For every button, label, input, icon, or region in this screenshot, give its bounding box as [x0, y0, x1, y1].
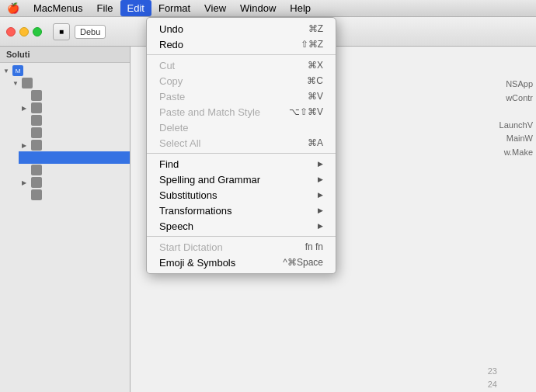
menu-separator [147, 54, 336, 55]
menu-item: Start Dictationfn fn [147, 239, 336, 255]
menu-item: Paste and Match Style⌥⇧⌘V [147, 104, 336, 120]
menu-item-label: Substitutions [159, 189, 315, 201]
arrow-icon: ▶ [22, 142, 31, 149]
menu-item-label: Copy [159, 75, 307, 87]
menu-item-label: Paste and Match Style [159, 106, 289, 118]
sidebar-item-5[interactable] [19, 127, 130, 139]
file-icon [31, 152, 42, 163]
menu-item[interactable]: Speech [147, 218, 336, 234]
menubar-file[interactable]: File [90, 0, 120, 16]
folder-icon [31, 102, 42, 113]
sidebar-item-0[interactable]: ▼ M [0, 64, 130, 77]
menubar-macmenus[interactable]: MacMenus [26, 0, 90, 16]
menu-item-shortcut: ⌘C [307, 75, 323, 86]
menu-item[interactable]: Redo⇧⌘Z [147, 36, 336, 52]
menubar-edit[interactable]: Edit [120, 0, 151, 16]
menu-item-label: Find [159, 158, 315, 170]
sidebar-tree: ▼ M ▼ ▶ ▶ [0, 63, 130, 203]
menubar: 🍎 MacMenus File Edit Format View Window … [0, 0, 536, 17]
sidebar-item-6[interactable]: ▶ [19, 139, 130, 151]
edit-menu: Undo⌘ZRedo⇧⌘ZCut⌘XCopy⌘CPaste⌘VPaste and… [146, 17, 336, 274]
menu-separator [147, 153, 336, 154]
menu-item-shortcut: ⌥⇧⌘V [289, 106, 323, 117]
file-icon [31, 189, 42, 200]
menu-item-shortcut: ⌘A [308, 137, 323, 148]
folder-icon [31, 177, 42, 188]
menu-item-label: Select All [159, 137, 308, 149]
menu-item[interactable]: Transformations [147, 203, 336, 218]
arrow-icon: ▼ [12, 80, 22, 87]
folder-icon [31, 140, 42, 151]
menubar-help[interactable]: Help [283, 0, 318, 16]
arrow-icon: ▼ [3, 68, 12, 75]
menubar-window[interactable]: Window [233, 0, 283, 16]
sidebar-item-3[interactable]: ▶ [19, 102, 130, 114]
menu-item-label: Delete [159, 122, 323, 134]
stop-button[interactable]: ■ [53, 23, 70, 40]
menubar-view[interactable]: View [197, 0, 233, 16]
sidebar-item-7[interactable] [19, 151, 130, 164]
maximize-button[interactable] [33, 27, 42, 36]
menu-item: Select All⌘A [147, 135, 336, 151]
menu-item[interactable]: Find [147, 156, 336, 172]
sidebar-item-2[interactable] [19, 89, 130, 102]
file-icon [31, 90, 42, 101]
menu-item[interactable]: Undo⌘Z [147, 21, 336, 36]
menu-item-shortcut: ^⌘Space [283, 257, 323, 268]
arrow-icon: ▶ [22, 179, 31, 186]
sidebar-item-9[interactable]: ▶ [19, 176, 130, 189]
menu-item: Paste⌘V [147, 88, 336, 104]
menu-item-shortcut: fn fn [305, 241, 323, 252]
menu-item-shortcut: ⌘Z [308, 23, 323, 34]
sidebar-item-4[interactable] [19, 114, 130, 127]
code-snippet: NSApp wContr LaunchV MainW w.Make [499, 78, 536, 160]
menu-item-shortcut: ⌘V [308, 91, 323, 102]
menu-item[interactable]: Emoji & Symbols^⌘Space [147, 255, 336, 270]
menu-item[interactable]: Substitutions [147, 187, 336, 203]
menu-item-label: Paste [159, 91, 308, 102]
menubar-apple[interactable]: 🍎 [0, 0, 26, 16]
menu-item-label: Undo [159, 23, 308, 35]
menu-item-label: Redo [159, 39, 301, 50]
menu-item-label: Start Dictation [159, 241, 305, 253]
minimize-button[interactable] [19, 27, 29, 36]
menu-item-label: Speech [159, 220, 315, 232]
file-icon [31, 165, 42, 175]
sidebar-item-8[interactable] [19, 164, 130, 176]
menu-item-label: Emoji & Symbols [159, 257, 283, 269]
menu-item-label: Cut [159, 60, 308, 71]
sidebar-item-1[interactable]: ▼ [9, 77, 130, 89]
sidebar-title: Soluti [0, 47, 130, 63]
folder-icon [22, 78, 33, 88]
sidebar-item-10[interactable] [19, 189, 130, 201]
menu-separator [147, 236, 336, 237]
menu-item-label: Spelling and Grammar [159, 174, 315, 186]
line-numbers: 23 24 [488, 365, 497, 392]
sidebar: Soluti ▼ M ▼ ▶ [0, 47, 131, 392]
debug-label: Debu [75, 25, 106, 39]
menu-item: Cut⌘X [147, 57, 336, 73]
menu-item-shortcut: ⇧⌘Z [301, 39, 323, 50]
file-icon [31, 127, 42, 138]
menu-item-shortcut: ⌘X [308, 60, 323, 71]
project-icon: M [12, 65, 23, 76]
traffic-lights [6, 27, 42, 36]
close-button[interactable] [6, 27, 16, 36]
arrow-icon: ▶ [22, 105, 31, 112]
menubar-format[interactable]: Format [151, 0, 197, 16]
menu-item: Copy⌘C [147, 73, 336, 88]
menu-item: Delete [147, 120, 336, 135]
menu-item-label: Transformations [159, 205, 315, 217]
file-icon [31, 115, 42, 126]
menu-item[interactable]: Spelling and Grammar [147, 172, 336, 187]
